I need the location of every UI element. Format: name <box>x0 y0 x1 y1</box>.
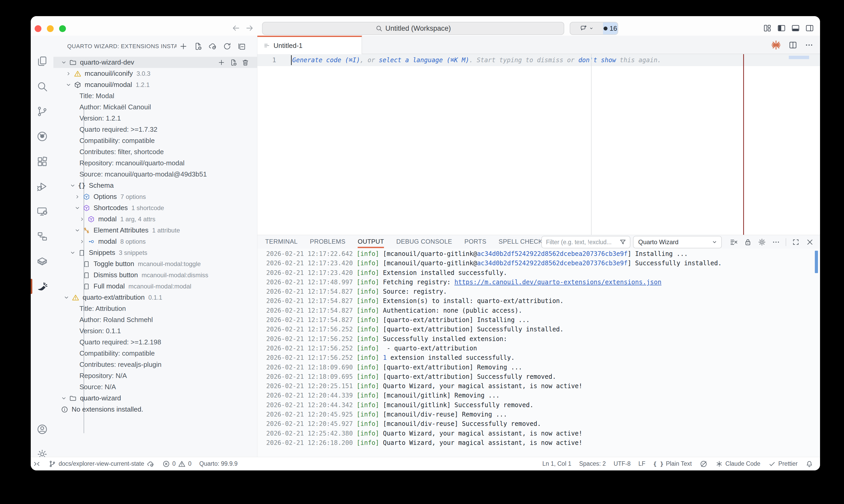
add-extension-button[interactable] <box>179 42 188 51</box>
tree-detail-row[interactable]: Quarto required: >=1.7.32 <box>53 124 257 135</box>
command-center-search[interactable]: Untitled (Workspace) <box>262 22 564 35</box>
more-actions-button[interactable] <box>772 238 780 247</box>
tree-row[interactable]: quarto-wizard-dev <box>53 57 257 68</box>
status-item-git-branch[interactable]: docs/explorer-view-current-state <box>49 460 155 468</box>
tree-detail-row[interactable]: Author: Mickaël Canouil <box>53 102 257 113</box>
tree-detail-row[interactable]: Version: 0.1.1 <box>53 325 257 337</box>
output-scrollbar[interactable] <box>815 251 818 273</box>
activity-item-explorer[interactable] <box>31 51 53 72</box>
output-filter-input[interactable]: Filter (e.g. text, !exclud... <box>541 236 630 248</box>
tree-detail-row[interactable]: Contributes: filter, shortcode <box>53 146 257 158</box>
status-item-notifications[interactable] <box>806 460 813 468</box>
activity-item-accounts[interactable] <box>31 419 53 440</box>
tree-row[interactable]: Dismiss buttonmcanouil-modal:dismiss <box>53 269 257 281</box>
tree-detail-row[interactable]: Title: Attribution <box>53 303 257 314</box>
toggle-panel-icon[interactable] <box>791 23 800 33</box>
refresh-button[interactable] <box>223 42 232 51</box>
panel-tab-output[interactable]: OUTPUT <box>358 235 384 248</box>
desktop-background: { "window": { "title": "Untitled (Worksp… <box>0 0 844 504</box>
tab-untitled-1[interactable]: Untitled-1 <box>257 36 362 54</box>
delete-button[interactable] <box>242 58 249 66</box>
tree-detail-row[interactable]: Compatibility: compatible <box>53 348 257 359</box>
status-item-problems[interactable]: 00 <box>162 460 192 468</box>
status-item-claude-code[interactable]: Claude Code <box>715 460 760 468</box>
activity-item-source-control[interactable] <box>31 101 53 122</box>
output-channel-select[interactable]: Quarto Wizard <box>633 236 722 248</box>
status-item-encoding[interactable]: UTF-8 <box>614 460 631 467</box>
tree-detail-row[interactable]: Repository: N/A <box>53 370 257 381</box>
tree-row[interactable]: Shortcodes1 shortcode <box>53 202 257 214</box>
tree-detail-row[interactable]: Repository: mcanouil/quarto-modal <box>53 158 257 169</box>
status-item-feedback-disabled[interactable] <box>700 460 707 468</box>
tree-row[interactable]: modal1 arg, 4 attrs <box>53 214 257 225</box>
editor-body[interactable]: 1 Generate code (⌘I), or select a langua… <box>257 54 820 235</box>
toggle-secondary-sidebar-icon[interactable] <box>805 23 814 33</box>
panel-tab-problems[interactable]: PROBLEMS <box>310 235 346 248</box>
split-editor-button[interactable] <box>788 40 798 50</box>
editor-ghost-hint: Generate code (⌘I), or select a language… <box>292 54 661 66</box>
activity-item-github[interactable] <box>31 126 53 147</box>
status-item-language-mode[interactable]: { }Plain Text <box>653 460 692 467</box>
activity-item-quarto-wizard[interactable] <box>31 276 53 297</box>
activity-item-extensions[interactable] <box>31 151 53 172</box>
zoom-window-button[interactable] <box>59 25 66 32</box>
close-window-button[interactable] <box>35 25 41 32</box>
customize-layout-icon[interactable] <box>763 23 772 33</box>
source-control-icon <box>36 105 48 118</box>
tree-row[interactable]: mcanouil/modal1.2.1 <box>53 79 257 90</box>
panel-tab-debug-console[interactable]: DEBUG CONSOLE <box>396 235 452 248</box>
panel-tab-ports[interactable]: PORTS <box>464 235 486 248</box>
status-item-remote-indicator[interactable] <box>33 460 41 468</box>
collapse-all-button[interactable] <box>237 42 246 51</box>
status-item-cursor-position[interactable]: Ln 1, Col 1 <box>542 460 571 467</box>
activity-item-hierarchy[interactable] <box>31 226 53 247</box>
tree-detail-row[interactable]: Compatibility: compatible <box>53 135 257 146</box>
tree-row[interactable]: Element Attributes1 attribute <box>53 225 257 236</box>
activity-item-search[interactable] <box>31 76 53 97</box>
chat-control[interactable]: 16 <box>570 22 618 35</box>
tree-row[interactable]: Full modalmcanouil-modal:modal <box>53 281 257 292</box>
install-button[interactable] <box>208 42 217 51</box>
tree-detail-row[interactable]: Contributes: revealjs-plugin <box>53 359 257 370</box>
more-actions-button[interactable] <box>804 40 814 50</box>
tree-detail-row[interactable]: Quarto required: >=1.2.198 <box>53 337 257 348</box>
tree-row[interactable]: No extensions installed. <box>53 404 257 415</box>
status-item-prettier[interactable]: Prettier <box>768 460 798 468</box>
minimize-window-button[interactable] <box>47 25 54 32</box>
add-template-button[interactable] <box>194 42 203 51</box>
tree-row[interactable]: {}Schema <box>53 180 257 191</box>
toggle-primary-sidebar-icon[interactable] <box>777 23 786 33</box>
status-item-indentation[interactable]: Spaces: 2 <box>579 460 606 467</box>
log-link[interactable]: https://m.canouil.dev/quarto-extensions/… <box>454 278 662 286</box>
lock-scrolling-button[interactable] <box>743 238 752 247</box>
status-item-eol[interactable]: LF <box>638 460 646 467</box>
tree-row[interactable]: quarto-wizard <box>53 393 257 404</box>
tree-detail-row[interactable]: Version: 1.2.1 <box>53 113 257 124</box>
output-settings-button[interactable] <box>757 238 767 247</box>
tree-detail-row[interactable]: Source: mcanouil/quarto-modal@49d3b51 <box>53 169 257 180</box>
add-button[interactable] <box>217 58 225 66</box>
tree-row[interactable]: quarto-ext/attribution0.1.1 <box>53 292 257 303</box>
minimap-slider[interactable] <box>789 56 809 59</box>
tree-row[interactable]: modal8 options <box>53 236 257 247</box>
forward-button[interactable] <box>245 24 254 32</box>
close-panel-button[interactable] <box>806 238 814 247</box>
tree-row[interactable]: mcanouil/iconify3.0.3 <box>53 68 257 79</box>
tree-detail-row[interactable]: Source: N/A <box>53 381 257 393</box>
activity-item-containers[interactable] <box>31 251 53 272</box>
back-button[interactable] <box>232 24 240 32</box>
activity-item-remote-explorer[interactable] <box>31 201 53 222</box>
tree-detail-row[interactable]: Author: Roland Schmehl <box>53 314 257 325</box>
tree-row[interactable]: Options7 options <box>53 191 257 202</box>
clear-output-button[interactable] <box>729 238 738 247</box>
new-file-button[interactable] <box>229 58 237 66</box>
tree-row[interactable]: Toggle buttonmcanouil-modal:toggle <box>53 258 257 269</box>
activity-item-run-and-debug[interactable] <box>31 176 53 197</box>
claude-code-run-button[interactable] <box>771 40 781 51</box>
status-item-quarto-version[interactable]: Quarto: 99.9.9 <box>199 460 238 467</box>
tree-detail-row[interactable]: Title: Modal <box>53 90 257 102</box>
maximize-panel-button[interactable] <box>791 238 800 247</box>
chat-badge[interactable]: 16 <box>603 22 618 34</box>
panel-tab-terminal[interactable]: TERMINAL <box>265 235 298 248</box>
tree-row[interactable]: Snippets3 snippets <box>53 247 257 258</box>
